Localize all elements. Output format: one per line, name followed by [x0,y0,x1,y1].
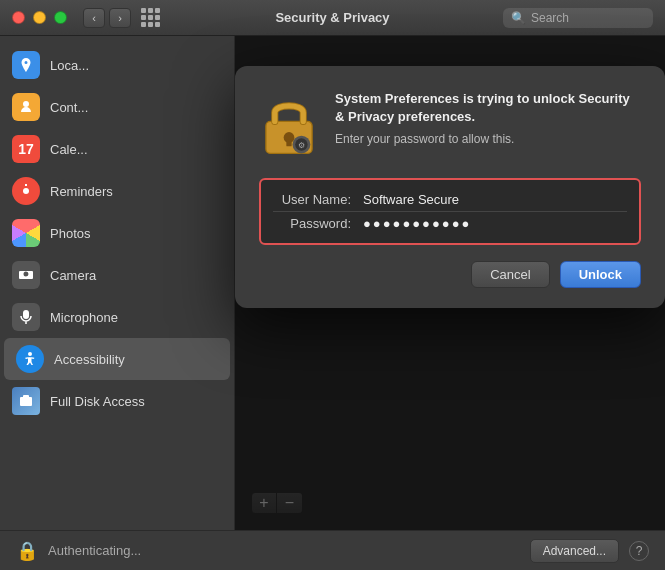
sidebar-item-calendar[interactable]: 17 Cale... [0,128,234,170]
sidebar-item-photos[interactable]: Photos [0,212,234,254]
modal-header: ⚙ System Preferences is trying to unlock… [259,90,641,160]
bottom-left: 🔒 Authenticating... [16,540,141,562]
window-title: Security & Privacy [275,10,389,25]
lock-status-icon: 🔒 [16,540,38,562]
bottom-bar: 🔒 Authenticating... Advanced... ? [0,530,665,570]
unlock-button[interactable]: Unlock [560,261,641,288]
unlock-modal: ⚙ System Preferences is trying to unlock… [235,66,665,308]
search-icon: 🔍 [511,11,526,25]
svg-point-3 [28,352,32,356]
sidebar-label-camera: Camera [50,268,96,283]
modal-actions: Cancel Unlock ← [259,261,641,288]
modal-text-block: System Preferences is trying to unlock S… [335,90,641,160]
sidebar-item-reminders[interactable]: Reminders [0,170,234,212]
sidebar-item-fulldisk[interactable]: Full Disk Access [0,380,234,422]
sidebar-label-reminders: Reminders [50,184,113,199]
svg-rect-2 [23,310,29,319]
forward-button[interactable]: › [109,8,131,28]
sidebar-item-camera[interactable]: Camera [0,254,234,296]
photos-icon [12,219,40,247]
sidebar-label-accessibility: Accessibility [54,352,125,367]
username-value: Software Secure [363,192,459,207]
sidebar-item-microphone[interactable]: Microphone [0,296,234,338]
username-row: User Name: Software Secure [273,188,627,211]
location-icon [12,51,40,79]
minimize-button[interactable] [33,11,46,24]
calendar-icon: 17 [12,135,40,163]
svg-rect-7 [286,139,291,146]
close-button[interactable] [12,11,25,24]
password-row: Password: ●●●●●●●●●●● [273,211,627,235]
contacts-icon [12,93,40,121]
fulldisk-icon [12,387,40,415]
svg-rect-4 [20,397,32,406]
bottom-right: Advanced... ? [530,539,649,563]
main-area: Loca... Cont... 17 Cale... Reminders Pho… [0,36,665,530]
microphone-icon [12,303,40,331]
grid-icon [141,8,160,27]
sidebar-label-fulldisk: Full Disk Access [50,394,145,409]
traffic-lights [12,11,67,24]
svg-text:⚙: ⚙ [298,141,305,150]
search-box[interactable]: 🔍 Search [503,8,653,28]
lock-icon: ⚙ [259,90,319,160]
accessibility-icon [16,345,44,373]
username-label: User Name: [273,192,363,207]
password-field[interactable]: ●●●●●●●●●●● [363,216,471,231]
titlebar: ‹ › Security & Privacy 🔍 Search [0,0,665,36]
reminders-icon [12,177,40,205]
sidebar-item-contacts[interactable]: Cont... [0,86,234,128]
modal-overlay: ⚙ System Preferences is trying to unlock… [235,36,665,530]
help-button[interactable]: ? [629,541,649,561]
nav-buttons: ‹ › [83,8,131,28]
sidebar-item-location[interactable]: Loca... [0,44,234,86]
sidebar-item-accessibility[interactable]: Accessibility [4,338,230,380]
credentials-form: User Name: Software Secure Password: ●●●… [259,178,641,245]
grid-button[interactable] [139,7,161,29]
sidebar: Loca... Cont... 17 Cale... Reminders Pho… [0,36,235,530]
sidebar-label-calendar: Cale... [50,142,88,157]
content-area: + − [235,36,665,530]
sidebar-label-contacts: Cont... [50,100,88,115]
cancel-button[interactable]: Cancel [471,261,549,288]
modal-title: System Preferences is trying to unlock S… [335,90,641,126]
modal-subtitle: Enter your password to allow this. [335,132,641,146]
status-text: Authenticating... [48,543,141,558]
search-input[interactable]: Search [531,11,569,25]
back-button[interactable]: ‹ [83,8,105,28]
sidebar-label-microphone: Microphone [50,310,118,325]
advanced-button[interactable]: Advanced... [530,539,619,563]
password-label: Password: [273,216,363,231]
sidebar-label-photos: Photos [50,226,90,241]
svg-point-0 [23,188,29,194]
maximize-button[interactable] [54,11,67,24]
sidebar-label-location: Loca... [50,58,89,73]
camera-icon [12,261,40,289]
